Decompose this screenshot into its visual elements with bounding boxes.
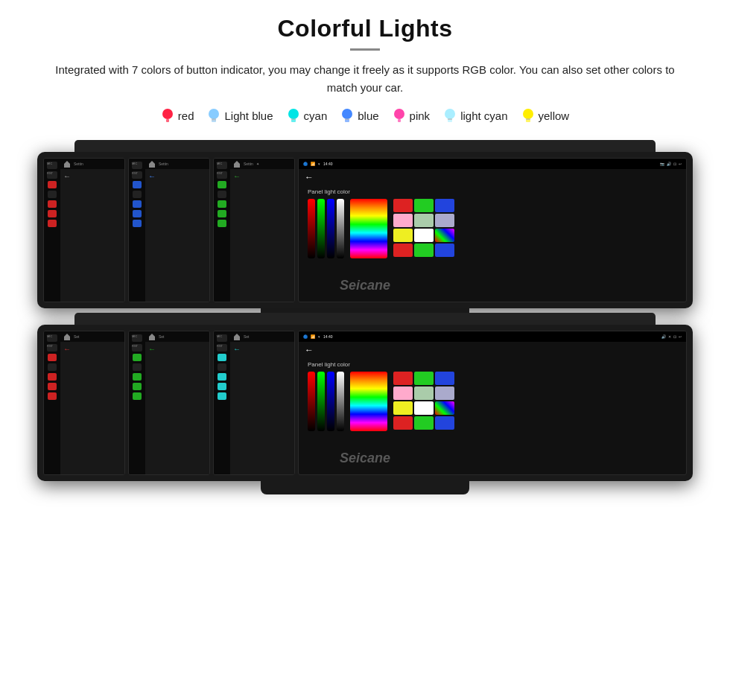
mini-btn-mic-b3: MIC [217, 334, 227, 342]
mini-topbar-b1: Set [60, 331, 124, 342]
back-icon-status: ↩ [679, 162, 682, 166]
swatch-11 [414, 244, 434, 257]
large-back-arrow-top: ← [299, 169, 686, 185]
swatch-9 [435, 229, 454, 242]
settings-text-b1: Set [74, 334, 80, 339]
svg-marker-29 [149, 334, 155, 337]
signal-icon-b: ▾ [318, 334, 320, 339]
settings-text-2: Settin [159, 162, 168, 166]
mini-topbar-b2: Set [145, 331, 209, 342]
color-blue-label: blue [358, 109, 378, 122]
swatch-b9 [435, 401, 454, 415]
color-cyan-label: cyan [304, 109, 328, 122]
bulb-red-icon [161, 107, 174, 124]
panel-title-top: Panel light color [308, 188, 677, 195]
swatch-b6 [435, 386, 454, 400]
rgb-sliders-top [308, 199, 344, 258]
back-icon-b: ↩ [679, 334, 682, 339]
mini-btn-back-b2 [133, 373, 142, 381]
mini-btn-seek-b3 [218, 392, 226, 400]
mini-btn-home-b3 [218, 363, 226, 371]
mini-sidebar-b1: MIC RST [44, 331, 60, 474]
slider-r-b [308, 372, 315, 431]
color-light-blue-label: Light blue [224, 109, 273, 122]
color-pink-label: pink [410, 109, 431, 122]
mini-btn-back-b3 [218, 373, 226, 381]
mini-btn-rst-b1: RST [47, 344, 57, 351]
color-light-cyan-label: light cyan [460, 109, 507, 122]
swatch-10 [393, 244, 413, 257]
mini-sidebar-1: MIC RST [44, 159, 60, 302]
mini-btn-seek-3 [218, 220, 226, 227]
slider-r [308, 199, 315, 258]
svg-rect-1 [166, 119, 169, 122]
mini-content-2: ← [145, 169, 209, 183]
svg-rect-20 [64, 164, 70, 168]
mini-back-1: ← [63, 172, 121, 180]
device-frame-top: MIC RST Settin ← [37, 152, 693, 308]
mini-screen-3: MIC RST Settin ✦ [213, 158, 295, 302]
slider-b-b [327, 372, 334, 431]
mini-btn-vol-3 [218, 210, 226, 217]
devices-section: MIC RST Settin ← [22, 137, 708, 481]
swatch-b3 [435, 372, 454, 385]
panel-title-bottom: Panel light color [308, 361, 677, 368]
swatch-b10 [393, 416, 413, 430]
svg-rect-28 [149, 337, 155, 340]
status-time: 14:40 [323, 162, 333, 166]
bulb-light-blue-icon [207, 107, 220, 124]
settings-text-b2: Set [159, 334, 165, 339]
color-light-cyan: light cyan [443, 107, 507, 124]
bluetooth-icon: 🔵 [303, 162, 308, 166]
mini-screen-b2: MIC RST Set ← [128, 331, 210, 475]
mini-btn-home-2 [133, 191, 142, 198]
home-icon-b3 [233, 333, 241, 340]
svg-point-0 [162, 109, 173, 119]
swatch-b4 [393, 386, 413, 400]
mini-topbar-1: Settin [60, 159, 124, 169]
swatch-1 [393, 199, 413, 212]
slider-w [337, 199, 344, 258]
mini-content-b3: ← [230, 342, 294, 356]
large-status-bar-top: 🔵 📶 ▾ 14:40 📷 🔊 ⊡ ↩ [299, 159, 686, 169]
color-blue: blue [340, 107, 378, 124]
mini-btn-power-b2 [133, 354, 142, 361]
x-icon-b: ✕ [668, 334, 671, 339]
mini-btn-home [48, 191, 57, 198]
home-icon-3 [233, 160, 241, 168]
svg-point-2 [209, 109, 219, 119]
status-time-b: 14:40 [323, 334, 333, 339]
spectrum-top [350, 199, 387, 258]
bluetooth-icon-b: 🔵 [303, 334, 308, 339]
mini-main-2: Settin ← [145, 159, 209, 302]
color-yellow-label: yellow [539, 109, 570, 122]
large-status-bar-bottom: 🔵 📶 ▾ 14:40 🔊 ✕ ⊡ ↩ [299, 331, 686, 342]
mini-btn-seek [48, 220, 57, 227]
mini-btn-home-b1 [48, 363, 57, 371]
mini-main-b2: Set ← [145, 331, 209, 474]
mini-topbar-2: Settin [145, 159, 209, 169]
mini-btn-back-3 [218, 200, 226, 208]
mini-back-b2: ← [148, 345, 206, 353]
mini-btn-mic-2: MIC [132, 162, 142, 169]
swatch-12 [435, 244, 454, 257]
top-notch [74, 140, 656, 152]
swatch-b2 [414, 372, 434, 385]
svg-rect-15 [448, 119, 452, 122]
left-status: 🔵 📶 ▾ 14:40 [303, 162, 333, 166]
mini-main-3: Settin ✦ ← [230, 159, 294, 302]
top-notch-bottom [74, 313, 656, 325]
color-red: red [161, 107, 194, 124]
mini-btn-rst-2: RST [132, 171, 142, 179]
mini-screen-large-top: 🔵 📶 ▾ 14:40 📷 🔊 ⊡ ↩ ← [298, 158, 687, 302]
color-cyan: cyan [287, 107, 328, 124]
mini-btn-mic-b1: MIC [47, 334, 57, 342]
screen-icon: ⊡ [673, 162, 676, 166]
wifi-icon: 📶 [311, 162, 315, 166]
mini-back-b1: ← [63, 345, 121, 353]
mini-btn-power-2 [133, 181, 142, 188]
swatch-7 [393, 229, 413, 242]
svg-rect-10 [345, 119, 349, 122]
mini-sidebar-b3: MIC RST [214, 331, 230, 474]
mini-btn-power-b3 [218, 354, 226, 361]
